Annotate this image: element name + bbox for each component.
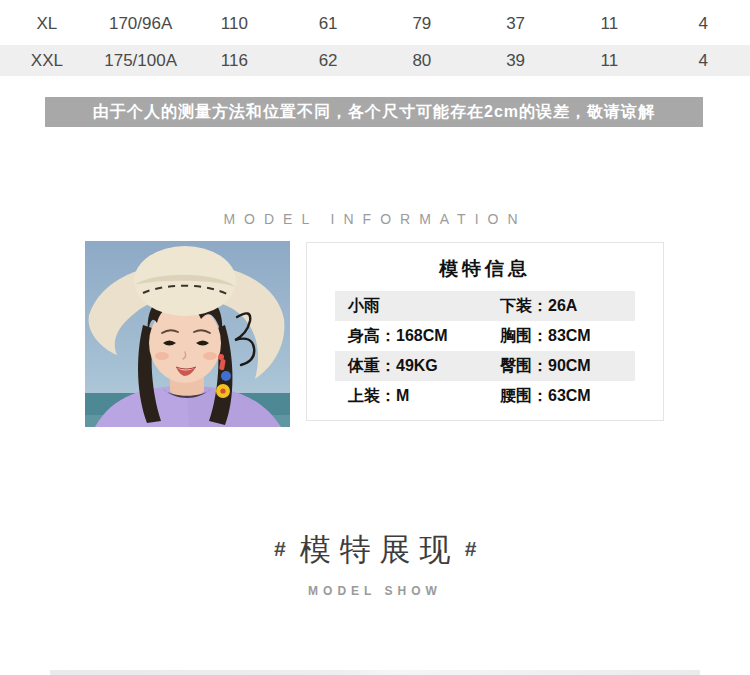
size-cell: 37 bbox=[469, 14, 563, 34]
model-information-heading: MODEL INFORMATION bbox=[0, 211, 750, 227]
size-cell: 4 bbox=[656, 14, 750, 34]
measurement-notice-banner: 由于个人的测量方法和位置不同，各个尺寸可能存在2cm的误差，敬请谅解 bbox=[45, 97, 703, 127]
hash-decoration-left: # bbox=[274, 530, 286, 568]
product-detail-page: XL 170/96A 110 61 79 37 11 4 XXL 175/100… bbox=[0, 0, 750, 675]
model-show-heading-en: MODEL SHOW bbox=[0, 584, 750, 598]
model-top-size: 上装：M bbox=[335, 386, 500, 407]
model-bust: 胸围：83CM bbox=[500, 326, 635, 347]
size-cell: 170/96A bbox=[94, 14, 188, 34]
model-show-heading: #模特展现# bbox=[0, 531, 750, 572]
model-photo-illustration bbox=[85, 241, 290, 427]
model-height: 身高：168CM bbox=[335, 326, 500, 347]
hash-decoration-right: # bbox=[465, 530, 477, 568]
model-info-card-title: 模特信息 bbox=[307, 256, 663, 282]
model-waist: 腰围：63CM bbox=[500, 386, 635, 407]
model-info-card: 模特信息 小雨 下装：26A 身高：168CM 胸围：83CM 体重：49KG … bbox=[306, 242, 664, 421]
model-info-rows: 小雨 下装：26A 身高：168CM 胸围：83CM 体重：49KG 臀围：90… bbox=[307, 291, 663, 411]
size-cell: 110 bbox=[188, 14, 282, 34]
size-cell: XXL bbox=[0, 51, 94, 71]
model-info-row: 身高：168CM 胸围：83CM bbox=[335, 321, 635, 351]
size-cell: 61 bbox=[281, 14, 375, 34]
size-cell: XL bbox=[0, 14, 94, 34]
size-cell: 175/100A bbox=[94, 51, 188, 71]
model-info-row: 小雨 下装：26A bbox=[335, 291, 635, 321]
size-table-row-xxl: XXL 175/100A 116 62 80 39 11 4 bbox=[0, 45, 750, 76]
model-show-heading-cn: 模特展现 bbox=[300, 532, 460, 567]
model-hip: 臀围：90CM bbox=[500, 356, 635, 377]
model-info-row: 体重：49KG 臀围：90CM bbox=[335, 351, 635, 381]
size-table-row-xl: XL 170/96A 110 61 79 37 11 4 bbox=[0, 5, 750, 43]
size-cell: 11 bbox=[563, 51, 657, 71]
model-name: 小雨 bbox=[335, 296, 500, 317]
model-bottom-size: 下装：26A bbox=[500, 296, 635, 317]
model-photo bbox=[85, 241, 290, 427]
size-cell: 62 bbox=[281, 51, 375, 71]
size-cell: 116 bbox=[188, 51, 282, 71]
size-cell: 11 bbox=[563, 14, 657, 34]
next-photo-top-edge bbox=[50, 670, 700, 675]
size-cell: 4 bbox=[656, 51, 750, 71]
measurement-notice-text: 由于个人的测量方法和位置不同，各个尺寸可能存在2cm的误差，敬请谅解 bbox=[93, 102, 655, 123]
model-weight: 体重：49KG bbox=[335, 356, 500, 377]
size-cell: 79 bbox=[375, 14, 469, 34]
size-cell: 39 bbox=[469, 51, 563, 71]
size-cell: 80 bbox=[375, 51, 469, 71]
model-info-row: 上装：M 腰围：63CM bbox=[335, 381, 635, 411]
